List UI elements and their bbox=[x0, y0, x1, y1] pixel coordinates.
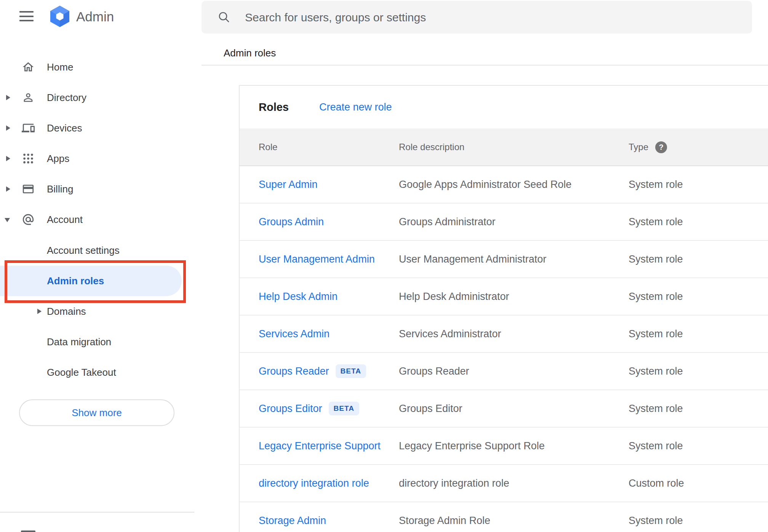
role-link[interactable]: Help Desk Admin bbox=[259, 291, 338, 303]
sidebar-item-label: Devices bbox=[47, 122, 82, 134]
sidebar-item-label: Domains bbox=[47, 306, 86, 317]
sidebar-item-label: Directory bbox=[47, 92, 86, 104]
role-link[interactable]: User Management Admin bbox=[259, 253, 375, 265]
role-type: System role bbox=[629, 403, 683, 415]
search-bar[interactable] bbox=[202, 1, 752, 34]
table-row: directory integration role directory int… bbox=[240, 465, 768, 502]
role-link[interactable]: Groups Reader bbox=[259, 365, 329, 377]
column-header-role-description: Role description bbox=[399, 142, 464, 152]
search-input[interactable] bbox=[244, 1, 737, 34]
sidebar-item-data-migration[interactable]: Data migration bbox=[0, 327, 202, 357]
person-icon bbox=[22, 91, 35, 104]
menu-icon[interactable] bbox=[19, 11, 34, 22]
table-header: Role Role description Type ? bbox=[240, 128, 768, 166]
role-description: Groups Editor bbox=[399, 403, 462, 415]
header-divider bbox=[202, 65, 768, 66]
sidebar-item-account-settings[interactable]: Account settings bbox=[0, 235, 202, 266]
role-type: Custom role bbox=[629, 478, 684, 489]
apps-grid-icon bbox=[22, 152, 35, 165]
devices-icon bbox=[22, 122, 35, 135]
expand-caret-icon[interactable] bbox=[6, 186, 10, 192]
table-row: Legacy Enterprise Support Legacy Enterpr… bbox=[240, 428, 768, 465]
sidebar-item-domains[interactable]: Domains bbox=[0, 296, 202, 327]
role-description: Storage Admin Role bbox=[399, 515, 490, 527]
table-row: Groups Reader BETA Groups Reader System … bbox=[240, 353, 768, 390]
role-description: User Management Administrator bbox=[399, 253, 546, 265]
sidebar-item-home[interactable]: Home bbox=[0, 52, 202, 82]
search-icon bbox=[218, 11, 230, 24]
role-type: System role bbox=[629, 179, 683, 191]
role-description: Google Apps Administrator Seed Role bbox=[399, 179, 571, 191]
product-name: Admin bbox=[76, 9, 114, 24]
sidebar-item-account[interactable]: Account bbox=[0, 204, 202, 235]
role-type: System role bbox=[629, 328, 683, 340]
sidebar-item-label: Account bbox=[47, 214, 83, 226]
role-link[interactable]: Storage Admin bbox=[259, 515, 326, 527]
column-header-role: Role bbox=[259, 142, 277, 152]
role-link[interactable]: Legacy Enterprise Support bbox=[259, 440, 381, 452]
expand-caret-icon[interactable] bbox=[5, 218, 10, 222]
table-row: User Management Admin User Management Ad… bbox=[240, 241, 768, 278]
role-link[interactable]: Groups Editor bbox=[259, 403, 322, 415]
expand-caret-icon[interactable] bbox=[6, 95, 10, 100]
role-type: System role bbox=[629, 291, 683, 303]
sidebar-divider bbox=[0, 512, 194, 513]
role-description: directory integration role bbox=[399, 478, 509, 489]
page-title: Roles bbox=[259, 101, 289, 114]
table-row: Storage Admin Storage Admin Role System … bbox=[240, 502, 768, 532]
create-new-role-link[interactable]: Create new role bbox=[319, 101, 392, 113]
role-type: System role bbox=[629, 216, 683, 228]
role-link[interactable]: Super Admin bbox=[259, 179, 318, 191]
sidebar-item-admin-roles[interactable]: Admin roles bbox=[0, 266, 202, 296]
sidebar-item-google-takeout[interactable]: Google Takeout bbox=[0, 357, 202, 388]
sidebar-item-label: Billing bbox=[47, 183, 73, 195]
admin-logo-icon bbox=[48, 6, 71, 27]
role-description: Help Desk Administrator bbox=[399, 291, 509, 303]
card-header: Roles Create new role bbox=[240, 86, 768, 128]
role-type: System role bbox=[629, 253, 683, 265]
role-link[interactable]: directory integration role bbox=[259, 478, 369, 489]
role-type: System role bbox=[629, 365, 683, 377]
table-row: Groups Admin Groups Administrator System… bbox=[240, 204, 768, 241]
sidebar-item-label: Data migration bbox=[47, 336, 111, 348]
role-description: Groups Administrator bbox=[399, 216, 496, 228]
sidebar-item-label: Google Takeout bbox=[47, 367, 116, 378]
sidebar-item-label: Apps bbox=[47, 153, 69, 165]
sidebar-item-devices[interactable]: Devices bbox=[0, 113, 202, 143]
help-icon[interactable]: ? bbox=[655, 141, 667, 153]
role-description: Services Administrator bbox=[399, 328, 501, 340]
sidebar-item-billing[interactable]: Billing bbox=[0, 174, 202, 204]
table-row: Groups Editor BETA Groups Editor System … bbox=[240, 390, 768, 428]
breadcrumb: Admin roles bbox=[224, 47, 276, 59]
sidebar-item-label: Home bbox=[47, 61, 73, 73]
expand-caret-icon[interactable] bbox=[6, 125, 10, 131]
role-type: System role bbox=[629, 515, 683, 527]
expand-caret-icon[interactable] bbox=[37, 309, 42, 314]
role-description: Groups Reader bbox=[399, 365, 469, 377]
partial-bottom-icon bbox=[21, 530, 35, 532]
sidebar-item-label: Admin roles bbox=[47, 275, 104, 287]
roles-card: Roles Create new role Role Role descript… bbox=[239, 85, 768, 532]
role-link[interactable]: Services Admin bbox=[259, 328, 330, 340]
beta-badge: BETA bbox=[329, 402, 359, 415]
sidebar-item-apps[interactable]: Apps bbox=[0, 143, 202, 174]
role-type: System role bbox=[629, 440, 683, 452]
role-link[interactable]: Groups Admin bbox=[259, 216, 324, 228]
role-description: Legacy Enterprise Support Role bbox=[399, 440, 545, 452]
credit-card-icon bbox=[22, 183, 35, 195]
table-row: Super Admin Google Apps Administrator Se… bbox=[240, 166, 768, 204]
admin-console: Admin Home Directory Devices Apps Billin… bbox=[0, 0, 768, 532]
show-more-button[interactable]: Show more bbox=[19, 399, 174, 426]
table-row: Services Admin Services Administrator Sy… bbox=[240, 316, 768, 353]
column-header-type: Type bbox=[629, 142, 648, 152]
table-row: Help Desk Admin Help Desk Administrator … bbox=[240, 278, 768, 316]
at-sign-icon bbox=[22, 213, 35, 226]
sidebar-item-label: Account settings bbox=[47, 245, 120, 256]
sidebar-item-directory[interactable]: Directory bbox=[0, 82, 202, 113]
beta-badge: BETA bbox=[336, 364, 366, 378]
expand-caret-icon[interactable] bbox=[6, 156, 10, 161]
home-icon bbox=[22, 61, 35, 74]
